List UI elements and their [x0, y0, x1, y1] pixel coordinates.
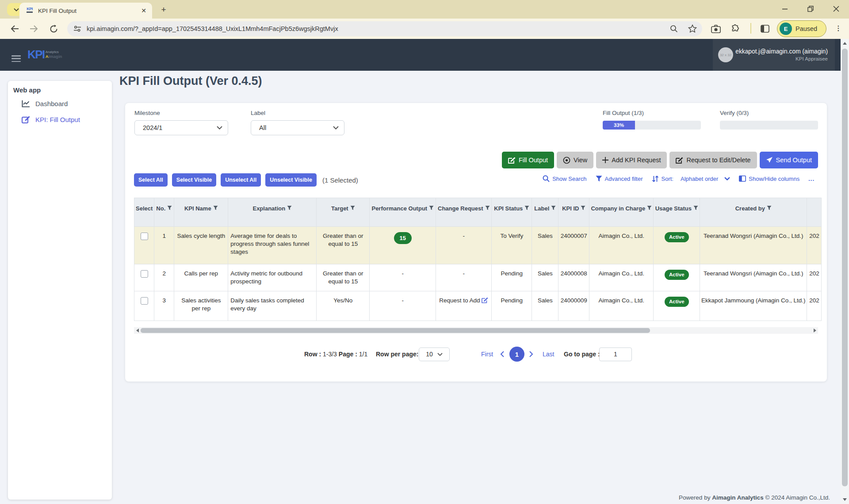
column-filter-icon[interactable] [167, 206, 172, 210]
browser-tab[interactable]: KPI KPI Fill Output ✕ [19, 3, 152, 19]
show-hide-columns-link[interactable]: Show/Hide columns [739, 176, 799, 182]
back-button[interactable] [8, 22, 21, 35]
column-filter-icon[interactable] [551, 206, 556, 210]
site-settings-icon[interactable] [73, 25, 81, 32]
row-per-page-select[interactable]: 10 [419, 346, 450, 362]
user-role: KPI Appraisee [733, 56, 828, 62]
column-header-company-in-charge[interactable]: Company in Charge [589, 198, 654, 227]
request-edit-delete-button[interactable]: Request to Edit/Delete [669, 152, 757, 168]
browser-menu-icon[interactable]: ⋮ [833, 22, 844, 34]
milestone-select[interactable]: 2024/1 [134, 120, 228, 135]
address-bar[interactable]: kpi.aimagin.com/?_appId=app_170254531448… [67, 21, 702, 36]
column-filter-icon[interactable] [693, 206, 698, 210]
user-avatar: 32 x 32 [718, 47, 733, 62]
column-header-created-by[interactable]: Created by [700, 198, 807, 227]
profile-paused-button[interactable]: E Paused [777, 20, 826, 37]
column-filter-icon[interactable] [524, 206, 529, 210]
column-filter-icon[interactable] [287, 206, 292, 210]
profile-avatar: E [780, 23, 792, 35]
hamburger-menu-icon[interactable] [11, 55, 21, 62]
forward-button[interactable] [27, 22, 41, 35]
column-header-target[interactable]: Target [317, 198, 370, 227]
page-scrollbar[interactable] [841, 39, 849, 504]
column-filter-icon[interactable] [429, 206, 434, 210]
page-scrollbar-thumb[interactable] [842, 49, 848, 486]
column-header-usage-status[interactable]: Usage Status [654, 198, 700, 227]
url-text[interactable]: kpi.aimagin.com/?_appId=app_170254531448… [87, 25, 669, 32]
pagination-last[interactable]: Last [543, 346, 554, 362]
row-checkbox[interactable] [141, 233, 148, 240]
send-icon [766, 157, 773, 164]
more-options-link[interactable]: ... [808, 176, 815, 182]
scroll-up-icon[interactable] [841, 40, 849, 47]
table-scrollbar-thumb[interactable] [141, 328, 650, 333]
reload-button[interactable] [47, 22, 60, 35]
column-header-kpi-id[interactable]: KPI ID [558, 198, 589, 227]
pagination-current-page[interactable]: 1 [509, 346, 524, 362]
show-search-link[interactable]: Show Search [543, 175, 586, 182]
fill-output-progress-label: Fill Output (1/3) [603, 110, 644, 116]
column-header-kpi-name[interactable]: KPI Name [174, 198, 228, 227]
table-horizontal-scrollbar[interactable] [134, 327, 818, 334]
tab-close-icon[interactable]: ✕ [140, 7, 148, 15]
scroll-left-icon[interactable] [134, 327, 141, 334]
footer: Powered by Aimagin Analytics © 2024 Aima… [679, 494, 830, 501]
column-filter-icon[interactable] [581, 206, 585, 210]
scroll-down-icon[interactable] [841, 496, 849, 503]
view-button[interactable]: View [557, 152, 593, 168]
selected-count-text: (1 Selected) [322, 176, 358, 184]
change-request-cell[interactable]: Request to Add [436, 291, 492, 321]
column-header-performance-output[interactable]: Performance Output [370, 198, 436, 227]
scroll-right-icon[interactable] [811, 327, 818, 334]
send-output-button[interactable]: Send Output [760, 152, 818, 168]
go-to-page-input[interactable]: 1 [599, 346, 632, 362]
edit-request-icon[interactable] [482, 297, 488, 303]
column-filter-icon[interactable] [647, 206, 652, 210]
advanced-filter-link[interactable]: Advanced filter [596, 176, 643, 182]
column-header-explanation[interactable]: Explanation [228, 198, 317, 227]
select-all-button[interactable]: Select All [134, 173, 168, 187]
extensions-icon[interactable] [729, 23, 741, 35]
window-close-button[interactable] [823, 0, 849, 18]
created-by-cell: Ekkapot Jammoung (Aimagin Co., Ltd.) [700, 291, 807, 321]
app-logo[interactable]: KPI Analytics Aimagin [27, 49, 62, 60]
created-date-cell: 202 [807, 264, 822, 291]
pagination-next-icon[interactable] [529, 346, 533, 362]
window-minimize-button[interactable] [772, 0, 798, 18]
unselect-all-button[interactable]: Unselect All [221, 173, 261, 187]
fill-output-button[interactable]: Fill Output [502, 152, 554, 168]
sort-control[interactable]: Sort: Alphabet order [652, 176, 730, 182]
new-tab-button[interactable]: + [158, 4, 169, 15]
column-filter-icon[interactable] [213, 206, 218, 210]
column-header-created-date[interactable] [807, 198, 822, 227]
row-checkbox[interactable] [141, 270, 148, 278]
pagination-first[interactable]: First [481, 346, 493, 362]
column-header-kpi-status[interactable]: KPI Status [492, 198, 532, 227]
column-header-label[interactable]: Label [532, 198, 558, 227]
sidebar-item-dashboard[interactable]: Dashboard [8, 96, 112, 111]
kpi-table-body: 1Sales cycle lengthAverage time for deal… [134, 227, 822, 321]
kpi-status-cell: Pending [492, 264, 532, 291]
unselect-visible-button[interactable]: Unselect Visible [265, 173, 317, 187]
label-cell: Sales [532, 264, 558, 291]
sort-value[interactable]: Alphabet order [681, 176, 718, 182]
row-checkbox[interactable] [141, 297, 148, 305]
bookmark-star-icon[interactable] [688, 24, 697, 33]
screenshot-camera-icon[interactable] [710, 23, 722, 35]
column-filter-icon[interactable] [350, 206, 355, 210]
select-visible-button[interactable]: Select Visible [172, 173, 216, 187]
user-menu[interactable]: 32 x 32 ekkapot.j@aimagin.com (aimagin) … [713, 39, 835, 71]
zoom-icon[interactable] [669, 24, 678, 33]
column-header-change-request[interactable]: Change Request [436, 198, 492, 227]
window-restore-button[interactable] [798, 0, 823, 18]
sidebar-item-kpi-fill-output[interactable]: KPI: Fill Output [8, 112, 112, 127]
column-header-select[interactable]: Select [134, 198, 154, 227]
add-kpi-request-button[interactable]: Add KPI Request [596, 152, 667, 168]
side-panel-icon[interactable] [759, 23, 771, 35]
label-select[interactable]: All [251, 120, 344, 135]
toolbar-divider [750, 23, 751, 34]
column-filter-icon[interactable] [767, 206, 772, 210]
column-header-no-[interactable]: No. [154, 198, 174, 227]
column-filter-icon[interactable] [485, 206, 490, 210]
pagination-prev-icon[interactable] [500, 346, 504, 362]
